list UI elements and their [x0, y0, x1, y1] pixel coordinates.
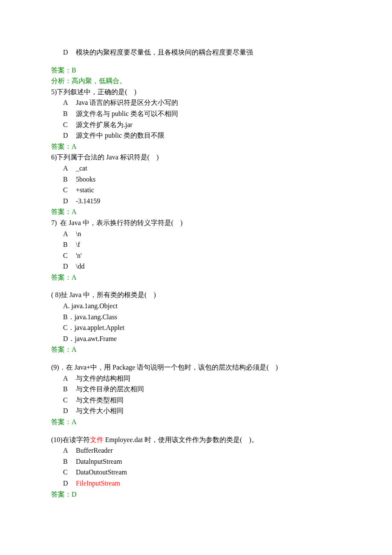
q5-a-text: Java 语言的标识符是区分大小写的 [76, 99, 178, 106]
q7-d-letter: D [63, 261, 76, 272]
q10-b-text: DatalnputStream [76, 458, 122, 465]
q9-d-letter: D [63, 405, 76, 416]
q7-a-text: \n [76, 230, 81, 237]
q7-b-letter: B [63, 239, 76, 250]
q9-option-a: A与文件的结构相同 [51, 373, 341, 384]
q9-stem: (9)．在 Java+中，用 Package 语句说明一个包时，该包的层次结构必… [51, 362, 341, 373]
q9-b-text: 与文件目录的层次相同 [76, 385, 144, 393]
q10-a-letter: A [63, 445, 76, 456]
q8-answer: 答案：A [51, 344, 341, 355]
q7-c-text: 'n' [76, 252, 82, 259]
q7-a-letter: A [63, 228, 76, 240]
q5-c-text: 源文件扩展名为.jar [76, 121, 133, 128]
q7-d-text: \dd [76, 263, 84, 270]
document-page: D模块的内聚程度要尽量低，且各模块间的耦合程度要尽量强 答案：B 分析：高内聚，… [0, 0, 392, 555]
q8-stem: ( 8)扯 Java 中，所有类的根类是( ) [51, 289, 341, 301]
q5-stem: 5)下列叙述中，正确的是( ) [51, 87, 341, 98]
q7-option-c: C'n' [51, 250, 341, 261]
q7-stem: 7) 在 Java 中，表示换行符的转义字符是( ) [51, 217, 341, 228]
q8-option-a: A. java.1ang.Object [51, 301, 341, 312]
q5-d-letter: D [63, 130, 76, 141]
q6-a-text: _cat [76, 165, 87, 172]
q5-d-text: 源文件中 public 类的数目不限 [76, 132, 164, 139]
q7-b-text: \f [76, 241, 80, 248]
q10-stem-post: Employee.dat 时，使用该文件作为参数的类是( )。 [104, 436, 258, 443]
q5-option-d: D源文件中 public 类的数目不限 [51, 130, 341, 141]
q10-stem: (10)在读字符文件 Employee.dat 时，使用该文件作为参数的类是( … [51, 434, 341, 445]
q6-answer: 答案：A [51, 206, 341, 217]
q6-stem: 6)下列属于合法的 Java 标识符是( ) [51, 152, 341, 163]
q6-c-text: +static [76, 186, 94, 194]
q10-stem-file-word: 文件 [90, 436, 104, 443]
q9-d-text: 与文件大小相同 [76, 407, 124, 414]
q9-c-letter: C [63, 395, 76, 406]
q9-b-letter: B [63, 384, 76, 395]
q9-option-d: D与文件大小相同 [51, 405, 341, 416]
q8-option-b: B．java.1ang.Class [51, 312, 341, 323]
q9-a-letter: A [63, 373, 76, 384]
q6-option-d: D-3.14159 [51, 196, 341, 207]
q5-b-text: 源文件名与 public 类名可以不相同 [76, 110, 178, 117]
q10-c-letter: C [63, 467, 76, 478]
q10-option-a: ABufferReader [51, 445, 341, 456]
q6-b-text: 5books [76, 176, 95, 183]
q6-a-letter: A [63, 163, 76, 174]
q10-c-text: DataOutoutStream [76, 468, 127, 476]
q10-d-text: FileInputStream [76, 480, 120, 487]
q5-c-letter: C [63, 119, 76, 130]
q8-option-c: C．java.applet.Applet [51, 322, 341, 333]
q6-option-a: A_cat [51, 163, 341, 174]
q10-a-text: BufferReader [76, 447, 113, 454]
q5-option-b: B源文件名与 public 类名可以不相同 [51, 108, 341, 119]
q7-option-a: A\n [51, 228, 341, 240]
q4-option-d-text: 模块的内聚程度要尽量低，且各模块间的耦合程度要尽量强 [76, 49, 253, 56]
q5-answer: 答案：A [51, 141, 341, 152]
q10-stem-pre: (10)在读字符 [51, 436, 90, 443]
q9-c-text: 与文件类型相同 [76, 396, 124, 404]
q10-d-letter: D [63, 478, 76, 489]
q10-option-b: BDatalnputStream [51, 456, 341, 467]
q6-c-letter: C [63, 185, 76, 196]
q7-answer: 答案：A [51, 272, 341, 283]
q6-option-b: B5books [51, 174, 341, 185]
q5-option-a: AJava 语言的标识符是区分大小写的 [51, 97, 341, 108]
q4-option-d-letter: D [63, 47, 76, 58]
q8-option-d: D．java.awt.Frame [51, 333, 341, 344]
q6-d-letter: D [63, 196, 76, 207]
q9-option-b: B与文件目录的层次相同 [51, 384, 341, 395]
q4-option-d: D模块的内聚程度要尽量低，且各模块间的耦合程度要尽量强 [51, 47, 341, 58]
q10-option-c: CDataOutoutStream [51, 467, 341, 478]
q4-answer: 答案：B [51, 65, 341, 76]
q10-b-letter: B [63, 456, 76, 467]
q10-answer: 答案：D [51, 489, 341, 500]
q9-a-text: 与文件的结构相同 [76, 375, 130, 382]
q6-option-c: C+static [51, 185, 341, 196]
q7-option-d: D\dd [51, 261, 341, 272]
q9-answer: 答案：A [51, 416, 341, 428]
q9-option-c: C与文件类型相同 [51, 395, 341, 406]
q7-option-b: B\f [51, 239, 341, 250]
q7-c-letter: C [63, 250, 76, 261]
q10-option-d: DFileInputStream [51, 478, 341, 489]
q6-d-text: -3.14159 [76, 197, 100, 205]
q5-option-c: C源文件扩展名为.jar [51, 119, 341, 130]
q4-analysis: 分析：高内聚，低耦合。 [51, 75, 341, 87]
q6-b-letter: B [63, 174, 76, 185]
q5-b-letter: B [63, 108, 76, 119]
q5-a-letter: A [63, 97, 76, 108]
